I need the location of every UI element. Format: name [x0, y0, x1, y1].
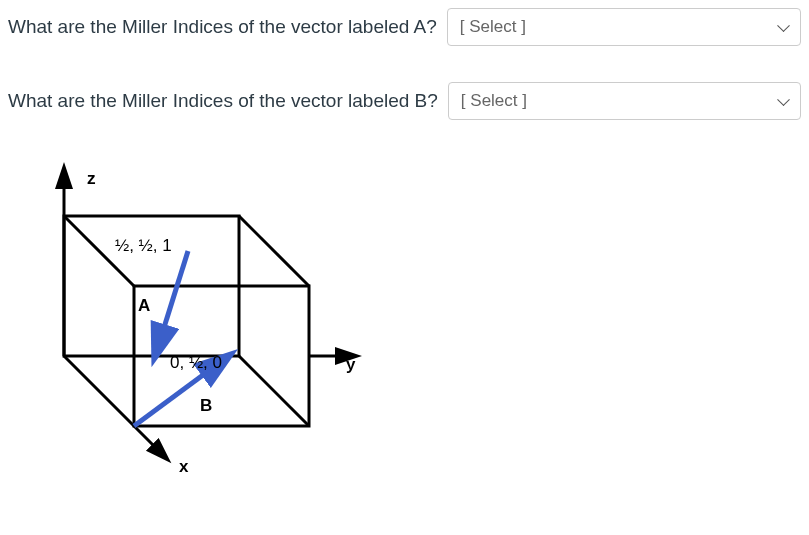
vector-a-label: A: [138, 296, 150, 315]
question-b-row: What are the Miller Indices of the vecto…: [8, 82, 801, 120]
question-b-select[interactable]: [ Select ]: [448, 82, 801, 120]
question-a-row: What are the Miller Indices of the vecto…: [8, 8, 801, 46]
top-point-label: ½, ½, 1: [115, 236, 172, 255]
question-b-text: What are the Miller Indices of the vecto…: [8, 90, 438, 112]
x-axis-label: x: [179, 457, 189, 476]
question-a-select-value: [ Select ]: [460, 17, 526, 37]
cube-edge-br: [239, 356, 309, 426]
z-axis-label: z: [87, 169, 96, 188]
question-a-text: What are the Miller Indices of the vecto…: [8, 16, 437, 38]
question-b-select-value: [ Select ]: [461, 91, 527, 111]
question-a-select[interactable]: [ Select ]: [447, 8, 801, 46]
vector-b-label: B: [200, 396, 212, 415]
x-axis: [134, 426, 165, 457]
mid-point-label: 0, ½, 0: [170, 353, 222, 372]
cube-edge-bl: [64, 356, 134, 426]
cube-figure: z y x ½, ½, 1 A 0, ½, 0 B: [30, 156, 801, 531]
cube-edge-tr: [239, 216, 309, 286]
vector-a: [156, 251, 188, 353]
cube-svg: z y x ½, ½, 1 A 0, ½, 0 B: [30, 156, 370, 526]
y-axis-label: y: [346, 355, 356, 374]
